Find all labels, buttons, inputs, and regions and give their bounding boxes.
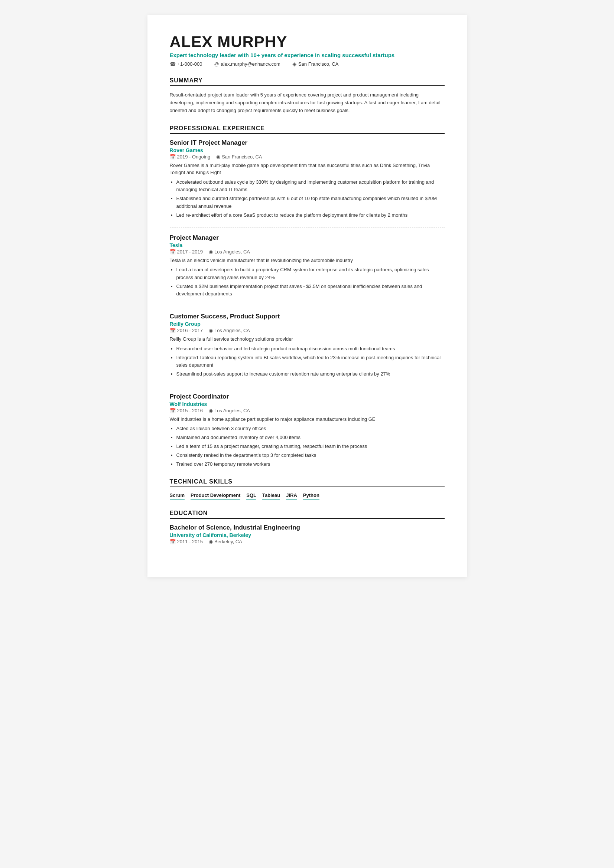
job-2-bullet-0: Researched user behavior and led strateg…	[176, 345, 445, 353]
skills-section: TECHNICAL SKILLS Scrum Product Developme…	[170, 478, 445, 499]
skills-row: Scrum Product Development SQL Tableau JI…	[170, 493, 445, 499]
edu-school: University of California, Berkeley	[170, 532, 445, 538]
header: ALEX MURPHY Expert technology leader wit…	[170, 33, 445, 67]
edu-meta: 📅 2011 - 2015 ◉ Berkeley, CA	[170, 539, 445, 544]
skill-2: SQL	[246, 493, 256, 499]
skill-3: Tableau	[262, 493, 280, 499]
job-1-location: Los Angeles, CA	[215, 249, 250, 254]
contact-row: ☎ +1-000-000 @ alex.murphy@enhancv.com ◉…	[170, 61, 445, 67]
calendar-icon-3: 📅	[170, 408, 176, 414]
job-1-bullet-1: Curated a $2M business implementation pr…	[176, 283, 445, 298]
experience-section: PROFESSIONAL EXPERIENCE Senior IT Projec…	[170, 125, 445, 468]
job-3-meta: 📅 2015 - 2016 ◉ Los Angeles, CA	[170, 408, 445, 414]
resume-container: ALEX MURPHY Expert technology leader wit…	[148, 15, 467, 577]
pin-icon-0: ◉	[216, 154, 220, 160]
job-0-bullets: Accelerated outbound sales cycle by 330%…	[170, 178, 445, 219]
job-1-title: Project Manager	[170, 234, 445, 242]
pin-icon-2: ◉	[209, 328, 213, 333]
skill-5: Python	[303, 493, 319, 499]
job-2-bullets: Researched user behavior and led strateg…	[170, 345, 445, 378]
job-2-period: 2016 - 2017	[177, 328, 203, 333]
job-1-description: Tesla is an electric vehicle manufacture…	[170, 257, 445, 264]
phone-contact: ☎ +1-000-000	[170, 61, 202, 67]
calendar-icon-1: 📅	[170, 249, 176, 254]
job-2-location-item: ◉ Los Angeles, CA	[209, 328, 250, 333]
location-value: San Francisco, CA	[298, 61, 338, 67]
job-3-bullet-1: Maintained and documented inventory of o…	[176, 434, 445, 442]
job-0-location-item: ◉ San Francisco, CA	[216, 154, 262, 160]
job-3-period-item: 📅 2015 - 2016	[170, 408, 203, 414]
job-1-location-item: ◉ Los Angeles, CA	[209, 249, 250, 254]
job-1: Project Manager Tesla 📅 2017 - 2019 ◉ Lo…	[170, 234, 445, 307]
skills-title: TECHNICAL SKILLS	[170, 478, 445, 487]
job-1-bullet-0: Lead a team of developers to build a pro…	[176, 266, 445, 282]
job-3-bullets: Acted as liaison between 3 country offic…	[170, 425, 445, 468]
job-2-bullet-1: Integrated Tableau reporting system into…	[176, 354, 445, 370]
job-0: Senior IT Project Manager Rover Games 📅 …	[170, 139, 445, 228]
job-0-meta: 📅 2019 - Ongoing ◉ San Francisco, CA	[170, 154, 445, 160]
job-3-bullet-2: Led a team of 15 as a project manager, c…	[176, 443, 445, 451]
edu-location-item: ◉ Berkeley, CA	[209, 539, 242, 544]
education-section: EDUCATION Bachelor of Science, Industria…	[170, 510, 445, 544]
job-2-location: Los Angeles, CA	[215, 328, 250, 333]
calendar-icon-0: 📅	[170, 154, 176, 160]
email-value: alex.murphy@enhancv.com	[221, 61, 280, 67]
job-0-title: Senior IT Project Manager	[170, 139, 445, 147]
phone-icon: ☎	[170, 61, 176, 67]
job-1-meta: 📅 2017 - 2019 ◉ Los Angeles, CA	[170, 249, 445, 254]
location-contact: ◉ San Francisco, CA	[292, 61, 338, 67]
summary-section: SUMMARY Result-orientated project team l…	[170, 77, 445, 114]
job-3-description: Wolf Industries is a home appliance part…	[170, 415, 445, 423]
job-3: Project Coordinator Wolf Industries 📅 20…	[170, 393, 445, 468]
job-2-title: Customer Success, Product Support	[170, 313, 445, 320]
edu-period: 2011 - 2015	[177, 539, 203, 544]
job-1-bullets: Lead a team of developers to build a pro…	[170, 266, 445, 298]
job-3-location: Los Angeles, CA	[215, 408, 250, 414]
skill-4: JIRA	[286, 493, 297, 499]
job-2-meta: 📅 2016 - 2017 ◉ Los Angeles, CA	[170, 328, 445, 333]
job-1-company: Tesla	[170, 242, 445, 248]
job-0-bullet-2: Led re-architect effort of a core SaaS p…	[176, 212, 445, 219]
job-0-period: 2019 - Ongoing	[177, 154, 211, 160]
edu-period-item: 📅 2011 - 2015	[170, 539, 203, 544]
skill-0: Scrum	[170, 493, 185, 499]
job-2-bullet-2: Streamlined post-sales support to increa…	[176, 370, 445, 378]
experience-title: PROFESSIONAL EXPERIENCE	[170, 125, 445, 134]
job-0-description: Rover Games is a multi-play mobile game …	[170, 162, 445, 176]
location-icon: ◉	[292, 61, 297, 67]
email-icon: @	[214, 61, 219, 67]
job-0-bullet-1: Established and curated strategic partne…	[176, 195, 445, 211]
phone-value: +1-000-000	[177, 61, 202, 67]
edu-degree: Bachelor of Science, Industrial Engineer…	[170, 524, 445, 532]
job-3-company: Wolf Industries	[170, 401, 445, 407]
education-title: EDUCATION	[170, 510, 445, 519]
job-2-period-item: 📅 2016 - 2017	[170, 328, 203, 333]
candidate-tagline: Expert technology leader with 10+ years …	[170, 52, 445, 58]
job-1-period: 2017 - 2019	[177, 249, 203, 254]
summary-title: SUMMARY	[170, 77, 445, 86]
job-0-period-item: 📅 2019 - Ongoing	[170, 154, 211, 160]
calendar-icon-2: 📅	[170, 328, 176, 333]
job-2-company: Reilly Group	[170, 321, 445, 327]
pin-icon-3: ◉	[209, 408, 213, 414]
job-2-description: Reilly Group is a full service technolog…	[170, 335, 445, 343]
job-0-company: Rover Games	[170, 147, 445, 153]
pin-icon-edu: ◉	[209, 539, 213, 544]
job-3-location-item: ◉ Los Angeles, CA	[209, 408, 250, 414]
job-3-bullet-0: Acted as liaison between 3 country offic…	[176, 425, 445, 433]
job-0-bullet-0: Accelerated outbound sales cycle by 330%…	[176, 178, 445, 194]
job-3-period: 2015 - 2016	[177, 408, 203, 414]
edu-location: Berkeley, CA	[215, 539, 242, 544]
calendar-icon-edu: 📅	[170, 539, 176, 544]
job-3-bullet-3: Consistently ranked in the department's …	[176, 452, 445, 459]
candidate-name: ALEX MURPHY	[170, 33, 445, 50]
job-3-bullet-4: Trained over 270 temporary remote worker…	[176, 460, 445, 468]
job-1-period-item: 📅 2017 - 2019	[170, 249, 203, 254]
summary-text: Result-orientated project team leader wi…	[170, 91, 445, 114]
job-0-location: San Francisco, CA	[222, 154, 262, 160]
job-2: Customer Success, Product Support Reilly…	[170, 313, 445, 386]
pin-icon-1: ◉	[209, 249, 213, 254]
skill-1: Product Development	[191, 493, 240, 499]
email-contact: @ alex.murphy@enhancv.com	[214, 61, 280, 67]
job-3-title: Project Coordinator	[170, 393, 445, 400]
